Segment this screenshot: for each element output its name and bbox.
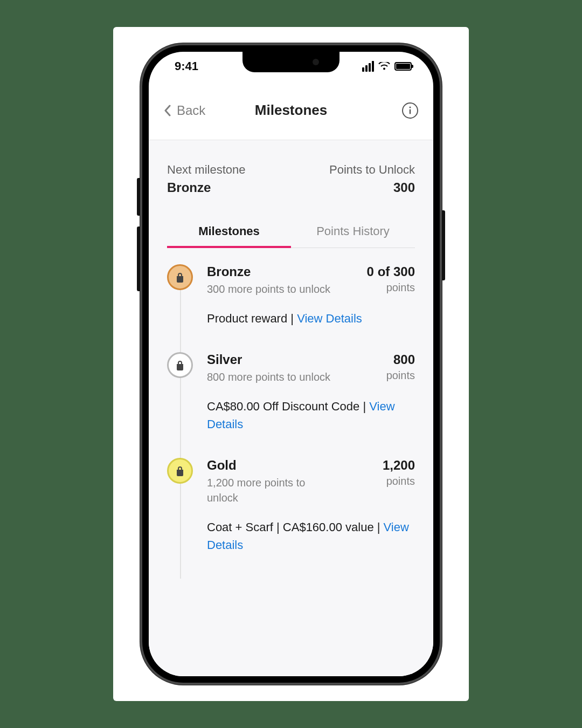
- lock-icon: [175, 360, 185, 370]
- points-to-unlock-value: 300: [329, 180, 415, 195]
- milestone-subtitle: 300 more points to unlock: [207, 281, 330, 297]
- milestone-title: Bronze: [207, 264, 330, 279]
- tab-milestones[interactable]: Milestones: [167, 217, 291, 248]
- milestone-item-gold: Gold 1,200 more points to unlock 1,200 p…: [167, 458, 415, 579]
- milestone-badge-silver: [167, 352, 193, 378]
- milestone-points-label: points: [367, 281, 415, 294]
- cellular-signal-icon: [362, 61, 374, 72]
- lock-icon: [175, 465, 185, 476]
- info-button[interactable]: [402, 102, 418, 119]
- milestone-badge-gold: [167, 458, 193, 484]
- points-to-unlock-label: Points to Unlock: [329, 163, 415, 177]
- milestone-points-value: 0 of 300: [367, 264, 415, 279]
- milestone-reward-text: Product reward |: [207, 312, 297, 325]
- milestone-item-silver: Silver 800 more points to unlock 800 poi…: [167, 352, 415, 458]
- milestone-subtitle: 800 more points to unlock: [207, 369, 330, 384]
- tab-points-history[interactable]: Points History: [291, 217, 415, 248]
- back-label: Back: [177, 103, 205, 118]
- phone-screen: 9:41 Back: [149, 52, 433, 676]
- tab-bar: Milestones Points History: [167, 217, 415, 248]
- content-area: Next milestone Bronze Points to Unlock 3…: [149, 140, 433, 676]
- info-icon: [406, 106, 414, 115]
- milestone-points-label: points: [386, 369, 415, 382]
- milestone-subtitle: 1,200 more points to unlock: [207, 475, 331, 505]
- milestone-reward-text: Coat + Scarf | CA$160.00 value |: [207, 520, 384, 534]
- milestone-item-bronze: Bronze 300 more points to unlock 0 of 30…: [167, 264, 415, 352]
- milestone-badge-bronze: [167, 264, 193, 290]
- nav-header: Back Milestones: [149, 81, 433, 140]
- chevron-left-icon: [164, 105, 171, 116]
- milestone-title: Silver: [207, 352, 330, 367]
- summary-row: Next milestone Bronze Points to Unlock 3…: [167, 163, 415, 195]
- svg-point-0: [410, 106, 411, 108]
- milestone-points-value: 800: [386, 352, 415, 367]
- next-milestone-label: Next milestone: [167, 163, 246, 177]
- view-details-link[interactable]: View Details: [297, 312, 362, 325]
- milestone-list: Bronze 300 more points to unlock 0 of 30…: [167, 264, 415, 579]
- status-time: 9:41: [175, 59, 198, 73]
- milestone-points-value: 1,200: [383, 458, 415, 473]
- milestone-points-label: points: [383, 475, 415, 487]
- battery-icon: [394, 62, 412, 71]
- page-title: Milestones: [255, 102, 327, 119]
- milestone-reward-text: CA$80.00 Off Discount Code |: [207, 400, 369, 413]
- phone-notch: [242, 52, 340, 72]
- wifi-icon: [378, 62, 390, 71]
- svg-rect-1: [410, 109, 411, 114]
- milestone-title: Gold: [207, 458, 331, 473]
- lock-icon: [175, 272, 185, 283]
- next-milestone-value: Bronze: [167, 180, 246, 195]
- back-button[interactable]: Back: [164, 103, 205, 118]
- phone-frame: 9:41 Back: [140, 43, 442, 685]
